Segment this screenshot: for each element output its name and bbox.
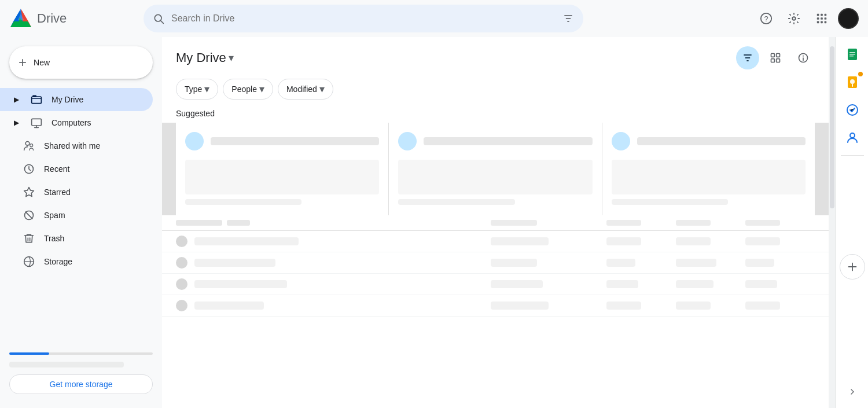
search-input[interactable] (171, 13, 556, 24)
list-file-name (194, 259, 275, 267)
list-col-2 (491, 302, 549, 310)
list-col-4 (676, 302, 711, 310)
filter-chip-modified[interactable]: Modified ▾ (278, 79, 333, 100)
svg-line-35 (25, 212, 32, 219)
svg-rect-49 (849, 52, 855, 53)
svg-rect-41 (771, 54, 775, 57)
list-file-icon (176, 300, 187, 311)
list-row[interactable] (162, 231, 829, 252)
chevron-icon: ▶ (14, 119, 19, 127)
filter-chip-modified-label: Modified (286, 84, 317, 94)
card-body (185, 160, 379, 194)
svg-rect-26 (32, 95, 36, 97)
svg-text:?: ? (764, 14, 768, 23)
filter-chip-people[interactable]: People ▾ (223, 79, 273, 100)
list-file-name (194, 237, 299, 245)
list-file-icon (176, 278, 187, 290)
list-col-3 (606, 280, 638, 288)
file-card[interactable] (176, 123, 388, 215)
card-sub (185, 199, 301, 205)
search-bar[interactable] (144, 5, 583, 32)
settings-button[interactable] (782, 7, 806, 30)
sidebar-item-storage[interactable]: Storage (0, 250, 153, 273)
search-filter-icon[interactable] (562, 13, 574, 24)
keep-panel-button[interactable] (840, 69, 865, 95)
filter-chip-type[interactable]: Type ▾ (176, 79, 218, 100)
new-plus-icon: + (19, 54, 27, 71)
rp-expand-button[interactable] (845, 385, 859, 399)
list-col-3 (606, 237, 641, 245)
svg-rect-44 (777, 59, 780, 63)
spam-icon (23, 209, 35, 221)
new-button-label: New (34, 58, 50, 67)
storage-bar-bg (9, 352, 153, 355)
card-title (211, 137, 379, 145)
list-col-2 (491, 280, 543, 288)
svg-rect-43 (771, 59, 775, 63)
svg-rect-51 (849, 56, 854, 57)
sidebar-item-starred[interactable]: Starred (0, 181, 153, 204)
computers-icon (31, 117, 42, 128)
svg-rect-24 (825, 21, 827, 24)
list-file-icon (176, 257, 187, 269)
search-icon (153, 13, 164, 24)
list-row[interactable] (162, 274, 829, 295)
topbar: Drive ? (0, 0, 868, 37)
list-col-4 (676, 280, 713, 288)
list-row[interactable] (162, 252, 829, 274)
list-col-2 (491, 237, 549, 245)
topbar-right: ? (755, 7, 859, 30)
file-card[interactable] (389, 123, 601, 215)
main-scrollbar[interactable] (829, 37, 836, 408)
tasks-panel-button[interactable] (840, 97, 865, 123)
sidebar-item-label-spam: Spam (44, 211, 65, 220)
card-avatar (398, 132, 417, 150)
new-button[interactable]: + New (9, 46, 153, 79)
user-avatar[interactable] (838, 8, 859, 29)
sidebar: + New ▶ My Drive ▶ Computers (0, 37, 162, 408)
app-name: Drive (37, 11, 67, 26)
sidebar-item-label-trash: Trash (44, 234, 64, 243)
filter-chip-people-arrow: ▾ (259, 83, 264, 95)
header-actions (736, 46, 815, 69)
sidebar-item-shared[interactable]: Shared with me (0, 134, 153, 157)
card-sub (612, 199, 728, 205)
list-row[interactable] (162, 295, 829, 317)
logo-area: Drive (9, 7, 137, 30)
sidebar-item-my-drive[interactable]: ▶ My Drive (0, 88, 153, 111)
contacts-panel-button[interactable] (840, 125, 865, 150)
apps-button[interactable] (810, 7, 833, 30)
get-storage-button[interactable]: Get more storage (9, 374, 153, 394)
suggested-label: Suggested (162, 104, 829, 123)
list-col-5 (745, 302, 780, 310)
starred-icon (23, 186, 35, 198)
main-layout: + New ▶ My Drive ▶ Computers (0, 37, 868, 408)
sidebar-item-recent[interactable]: Recent (0, 157, 153, 181)
content-area: My Drive ▾ (162, 37, 829, 408)
sidebar-item-computers[interactable]: ▶ Computers (0, 111, 153, 134)
list-col-5 (745, 237, 780, 245)
list-file-name (194, 302, 264, 310)
drive-title[interactable]: My Drive ▾ (176, 50, 234, 65)
sidebar-item-trash[interactable]: Trash (0, 227, 153, 250)
card-top (398, 132, 592, 150)
rp-add-button[interactable] (840, 254, 865, 280)
sidebar-item-spam[interactable]: Spam (0, 204, 153, 227)
sidebar-storage-area: Get more storage (0, 343, 162, 403)
card-body (398, 160, 592, 194)
sheets-panel-button[interactable] (840, 42, 865, 67)
help-button[interactable]: ? (755, 7, 778, 30)
svg-point-31 (30, 144, 33, 147)
card-avatar (185, 132, 204, 150)
file-card[interactable] (602, 123, 815, 215)
info-button[interactable] (792, 46, 815, 69)
svg-point-15 (792, 17, 796, 20)
svg-marker-33 (24, 188, 34, 197)
drive-logo-icon (9, 7, 32, 30)
filter-view-button[interactable] (736, 46, 759, 69)
svg-rect-21 (825, 17, 827, 20)
list-col-5 (745, 280, 777, 288)
scrollbar-thumb[interactable] (830, 46, 834, 208)
grid-view-button[interactable] (764, 46, 787, 69)
list-header (162, 215, 829, 231)
